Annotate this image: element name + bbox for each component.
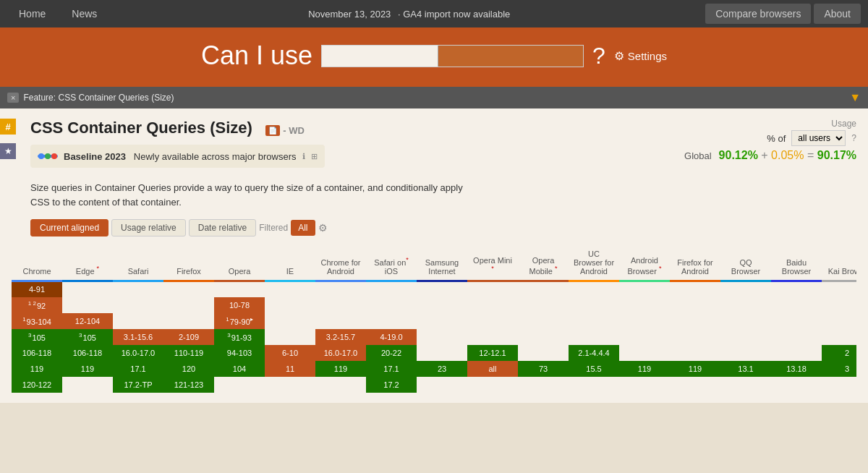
version-cell[interactable]: 3105 (12, 329, 62, 345)
filtered-label: Filtered (259, 223, 288, 233)
browser-table-wrapper: Chrome Edge * Safari Firefox Opera IE Ch… (12, 247, 856, 393)
close-tag-button[interactable]: × (7, 93, 19, 103)
version-cell[interactable]: 13.18 (771, 361, 822, 377)
version-cell[interactable]: 73 (518, 361, 569, 377)
version-cell[interactable]: 17.2 (366, 377, 417, 393)
filter-icon: ▼ (849, 91, 861, 104)
hero-title: Can I use (201, 41, 312, 71)
baseline-menu-icon[interactable]: ⊞ (311, 152, 318, 161)
version-cell[interactable]: 12-12.1 (467, 345, 518, 361)
nav-highlight: · GA4 import now available (398, 9, 510, 20)
baseline-text: Baseline 2023 Newly available across maj… (64, 151, 297, 162)
tag-label: Feature: CSS Container Queries (Size) (23, 93, 174, 103)
version-cell[interactable]: 106-118 (12, 345, 62, 361)
tab-current-aligned[interactable]: Current aligned (30, 219, 109, 236)
version-cell[interactable]: 120 (163, 361, 214, 377)
feature-description: Size queries in Container Queries provid… (30, 181, 464, 209)
browser-col-baidu: Baidu Browser (771, 247, 822, 281)
version-cell[interactable]: 2 (822, 345, 856, 361)
global-label: Global (684, 150, 712, 161)
hero-question: ? (592, 43, 605, 69)
version-cell[interactable]: 119 (670, 361, 720, 377)
version-cell[interactable]: all (467, 361, 518, 377)
version-cell[interactable]: 119 (62, 361, 113, 377)
global-row: Global 90.12% + 0.05% = 90.17% (684, 149, 856, 162)
browser-col-edge: Edge * (62, 247, 113, 281)
baseline-info-icon[interactable]: ℹ (302, 152, 305, 161)
news-button[interactable]: News (60, 4, 109, 24)
svg-point-1 (38, 153, 44, 159)
about-button[interactable]: About (814, 4, 861, 24)
table-row: 120-122 17.2-TP 121-123 17.2 (12, 377, 856, 393)
tab-date-relative[interactable]: Date relative (189, 219, 256, 236)
version-cell[interactable]: 11 (265, 361, 315, 377)
users-dropdown[interactable]: all users (791, 130, 846, 146)
wd-icon: 📄 (265, 125, 280, 136)
breadcrumb-bar: × Feature: CSS Container Queries (Size) … (0, 87, 868, 108)
version-cell[interactable]: 6-10 (265, 345, 315, 361)
browser-col-samsung: Samsung Internet (417, 247, 467, 281)
version-cell[interactable]: 2.1-4.4.4 (569, 345, 619, 361)
version-cell[interactable]: 106-118 (62, 345, 113, 361)
version-cell[interactable]: 119 (619, 361, 670, 377)
star-icon[interactable]: ★ (0, 143, 16, 159)
svg-point-3 (51, 153, 57, 159)
settings-button[interactable]: ⚙ Settings (614, 49, 667, 63)
hash-icon[interactable]: # (0, 119, 16, 135)
main-content: # ★ CSS Container Queries (Size) 📄 - WD (0, 108, 868, 403)
table-settings-icon[interactable]: ⚙ (318, 222, 328, 234)
search-input-right[interactable] (438, 46, 583, 67)
version-cell[interactable]: 10-78 (214, 297, 265, 313)
version-cell[interactable]: 120-122 (12, 377, 62, 393)
version-cell[interactable]: 110-119 (163, 345, 214, 361)
usage-help-icon[interactable]: ? (851, 133, 856, 143)
version-cell[interactable]: 3105 (62, 329, 113, 345)
version-cell[interactable]: 16.0-17.0 (315, 345, 366, 361)
feature-right: Usage % of all users ? Global 90.12% + 0… (684, 119, 856, 162)
home-button[interactable]: Home (7, 4, 57, 24)
browser-col-safari: Safari (113, 247, 163, 281)
version-cell[interactable]: 119 (315, 361, 366, 377)
usage-scope: % of all users ? (684, 130, 856, 146)
wd-text: - WD (283, 125, 305, 136)
version-cell[interactable]: 3.2-15.7 (315, 329, 366, 345)
version-cell[interactable]: 391-93 (214, 329, 265, 345)
version-cell[interactable]: 20-22 (366, 345, 417, 361)
version-cell[interactable]: 17.1 (113, 361, 163, 377)
version-cell[interactable]: 12-104 (62, 313, 113, 329)
compare-button[interactable]: Compare browsers (705, 4, 811, 24)
version-cell[interactable]: 1 292 (12, 297, 62, 313)
feature-left: CSS Container Queries (Size) 📄 - WD (12, 119, 325, 175)
version-cell[interactable]: 4-91 (12, 281, 62, 297)
version-cell[interactable]: 94-103 (214, 345, 265, 361)
version-cell[interactable]: 15.5 (569, 361, 619, 377)
table-row: 3105 3105 3.1-15.6 2-109 391-93 3.2-15.7… (12, 329, 856, 345)
usage-equals: = (807, 149, 814, 161)
feature-header: CSS Container Queries (Size) 📄 - WD (12, 119, 856, 175)
version-cell[interactable]: 17.2-TP (113, 377, 163, 393)
version-cell[interactable]: 2-109 (163, 329, 214, 345)
browser-col-firefox-android: Firefox for Android (670, 247, 720, 281)
nav-date: November 13, 2023 (308, 9, 391, 20)
search-input-left[interactable] (322, 46, 438, 67)
all-button[interactable]: All (291, 220, 315, 236)
version-cell[interactable]: 193-104 (12, 313, 62, 329)
version-cell[interactable]: 121-123 (163, 377, 214, 393)
version-cell[interactable]: 16.0-17.0 (113, 345, 163, 361)
version-cell[interactable]: 17.1 (366, 361, 417, 377)
version-cell[interactable]: 119 (12, 361, 62, 377)
version-cell[interactable]: 23 (417, 361, 467, 377)
version-cell[interactable]: 13.1 (720, 361, 771, 377)
settings-label: Settings (628, 50, 667, 62)
hero-section: Can I use ? ⚙ Settings (0, 27, 868, 87)
version-cell[interactable]: 3.1-15.6 (113, 329, 163, 345)
version-cell[interactable]: 104 (214, 361, 265, 377)
usage-total: 90.17% (817, 149, 856, 161)
tab-usage-relative[interactable]: Usage relative (111, 219, 186, 236)
usage-scope-text: % of (767, 133, 786, 144)
table-row: 193-104 12-104 179-90▸ (12, 313, 856, 329)
version-cell[interactable]: 3 (822, 361, 856, 377)
browser-header-row: Chrome Edge * Safari Firefox Opera IE Ch… (12, 247, 856, 281)
version-cell[interactable]: 4-19.0 (366, 329, 417, 345)
version-cell[interactable]: 179-90▸ (214, 313, 265, 329)
